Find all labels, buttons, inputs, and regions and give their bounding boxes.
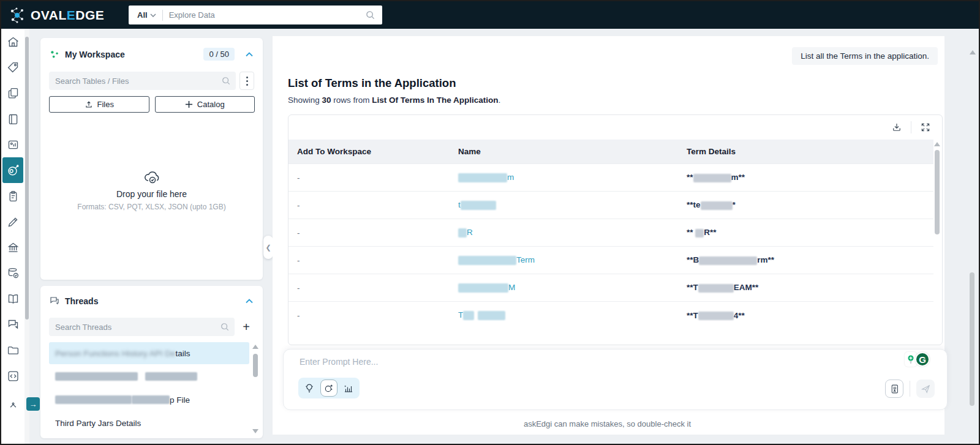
cell-term-name-link[interactable]: Term — [450, 247, 678, 274]
nav-collaboration-icon[interactable] — [1, 312, 24, 337]
grammarly-widget[interactable]: G — [905, 352, 930, 367]
page-scrollbar-thumb[interactable] — [970, 272, 974, 406]
prompt-card: G — [283, 349, 948, 410]
magic-assist-button[interactable] — [320, 380, 337, 397]
thread-list-item[interactable]: p File — [49, 389, 249, 411]
nav-lineage-icon[interactable] — [1, 389, 24, 414]
cell-term-name-link[interactable]: t — [450, 192, 678, 219]
prompt-mode-pill — [298, 378, 360, 398]
answer-subtitle: Showing 30 rows from List Of Terms In Th… — [288, 95, 500, 105]
grammarly-logo-icon[interactable]: G — [915, 352, 930, 367]
chart-mode-button[interactable] — [340, 380, 357, 397]
prompt-input[interactable] — [300, 357, 873, 367]
nav-glossary-icon[interactable] — [1, 286, 24, 312]
cell-term-name-link[interactable]: T — [450, 302, 678, 329]
redacted-text — [478, 311, 505, 320]
nav-data-quality-icon[interactable] — [1, 260, 24, 286]
cell-add-to-workspace: - — [288, 302, 450, 329]
scroll-down-arrow-icon[interactable] — [252, 429, 258, 433]
redacted-text — [701, 201, 733, 210]
cell-term-details: **TEAM** — [678, 274, 933, 302]
table-scrollbar-thumb[interactable] — [935, 150, 940, 234]
threads-search-input[interactable] — [49, 323, 221, 332]
send-prompt-button[interactable] — [916, 380, 935, 398]
redacted-text — [458, 283, 508, 293]
nav-askedgi-robot-icon[interactable] — [2, 157, 23, 183]
column-header-term-details[interactable]: Term Details — [678, 140, 933, 164]
cell-term-name-link[interactable]: M — [450, 274, 678, 302]
explore-data-input[interactable] — [163, 10, 366, 20]
search-icon[interactable] — [366, 10, 375, 20]
answer-title: List of Terms in the Application — [288, 77, 456, 90]
workspace-search-input[interactable] — [49, 77, 222, 86]
nav-copy-icon[interactable] — [1, 80, 24, 106]
table-row: -M**TEAM** — [288, 274, 933, 302]
nav-query-sheet-icon[interactable] — [1, 363, 24, 389]
insights-lightbulb-button[interactable] — [301, 380, 318, 397]
redacted-text — [55, 372, 138, 381]
scroll-up-arrow-icon[interactable] — [934, 142, 940, 146]
table-row: -Term**Brm** — [288, 247, 933, 274]
files-upload-button[interactable]: Files — [49, 96, 149, 113]
threads-chat-icon — [49, 296, 60, 307]
nav-clipboard-icon[interactable] — [1, 183, 24, 209]
column-header-name[interactable]: Name — [450, 140, 678, 164]
workspace-search-box — [49, 72, 236, 90]
threads-scrollbar-thumb[interactable] — [253, 354, 258, 377]
cell-term-details: **te* — [678, 192, 933, 219]
download-table-button[interactable] — [890, 121, 903, 134]
global-search-bar: All — [129, 6, 382, 24]
threads-collapse-chevron-icon[interactable] — [246, 299, 253, 304]
new-thread-button[interactable]: + — [238, 318, 254, 336]
prompt-template-button[interactable] — [885, 380, 903, 398]
workspace-collapse-chevron-icon[interactable] — [246, 52, 253, 57]
cloud-upload-icon — [40, 170, 263, 185]
nav-projects-icon[interactable] — [1, 337, 24, 363]
download-icon — [891, 122, 902, 133]
scroll-up-arrow-icon[interactable] — [970, 50, 976, 54]
rail-expand-button[interactable]: → — [26, 397, 40, 411]
redacted-text — [698, 312, 734, 320]
cell-add-to-workspace: - — [288, 164, 450, 192]
ovaledge-logo[interactable]: OVALEDGE — [9, 7, 104, 24]
thread-list-item[interactable] — [49, 365, 249, 387]
file-dropzone[interactable]: Drop your file here Formats: CSV, PQT, X… — [40, 170, 263, 211]
search-scope-dropdown[interactable]: All — [129, 10, 162, 20]
ovaledge-wordmark: OVALEDGE — [31, 8, 104, 23]
send-plane-icon — [921, 384, 931, 394]
expand-table-button[interactable] — [919, 121, 932, 134]
redacted-text — [463, 311, 474, 320]
nav-tags-icon[interactable] — [1, 54, 24, 80]
cell-term-name-link[interactable]: R — [450, 219, 678, 247]
nav-home-icon[interactable] — [1, 29, 24, 54]
my-workspace-panel: My Workspace 0 / 50 Files Catalog — [40, 38, 263, 280]
redacted-text — [699, 256, 757, 265]
redacted-text — [458, 228, 467, 237]
nav-journal-icon[interactable] — [1, 106, 24, 132]
askedgi-disclaimer: askEdgi can make mistakes, so double-che… — [273, 419, 942, 428]
redacted-text — [145, 372, 197, 381]
redacted-text — [458, 256, 516, 265]
workspace-kebab-menu-button[interactable] — [239, 72, 254, 90]
catalog-add-button[interactable]: Catalog — [155, 96, 255, 113]
nav-governance-icon[interactable] — [1, 234, 24, 260]
workspace-cluster-icon — [49, 49, 60, 60]
redacted-text — [693, 174, 731, 182]
cell-term-name-link[interactable]: m — [450, 164, 678, 192]
thread-list-item[interactable]: Person Functions History API Details — [49, 342, 249, 364]
page-scrollbar[interactable] — [968, 29, 977, 442]
dropzone-formats: Formats: CSV, PQT, XLSX, JSON (upto 1GB) — [40, 203, 263, 211]
threads-scrollbar[interactable] — [252, 345, 258, 433]
column-header-add-to-workspace[interactable]: Add To Workspace — [288, 140, 450, 164]
scroll-up-arrow-icon[interactable] — [252, 345, 258, 349]
table-scrollbar[interactable] — [934, 142, 940, 342]
panel-collapse-handle[interactable]: ❮ — [263, 236, 273, 259]
nav-certify-icon[interactable] — [1, 209, 24, 234]
thread-list-item[interactable]: Third Party Jars Details — [49, 412, 249, 434]
rail-scrollbar-thumb[interactable] — [25, 37, 29, 320]
redacted-text — [461, 201, 496, 210]
nav-reports-icon[interactable] — [1, 132, 24, 157]
chevron-down-icon — [150, 13, 156, 17]
cell-add-to-workspace: - — [288, 274, 450, 302]
rail-scrollbar[interactable] — [24, 29, 29, 444]
